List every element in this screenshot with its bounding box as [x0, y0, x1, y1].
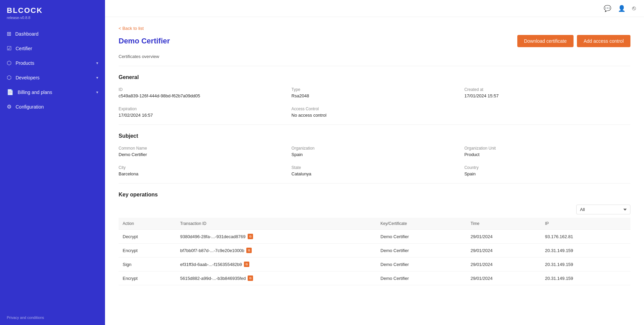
sidebar-item-label: Billing and plans [18, 90, 52, 95]
sidebar-item-products[interactable]: ⬡ Products ▾ [0, 56, 105, 70]
message-icon[interactable]: 💬 [602, 3, 612, 14]
info-country: Country Spain [464, 165, 630, 176]
cell-tx-id: 5615d882-a99d-...-b3b846935fed [176, 271, 376, 285]
info-city: City Barcelona [119, 165, 285, 176]
organization-label: Organization [291, 146, 457, 151]
col-key-cert: Key/Certificate [376, 218, 466, 230]
download-certificate-button[interactable]: Download certificate [517, 35, 574, 47]
cell-key-cert: Demo Certifier [376, 257, 466, 271]
billing-icon: 📄 [7, 89, 14, 95]
common-name-label: Common Name [119, 146, 285, 151]
dashboard-icon: ⊞ [7, 31, 11, 37]
table-row: Decrypt 9380d496-28fa-...-931decad8769 D… [119, 230, 630, 244]
info-state: State Catalunya [291, 165, 457, 176]
state-value: Catalunya [291, 171, 457, 176]
developers-icon: ⬡ [7, 74, 12, 81]
logout-icon[interactable]: ⎋ [631, 3, 637, 13]
table-filter: All [119, 205, 630, 214]
sidebar-item-billing[interactable]: 📄 Billing and plans ▾ [0, 85, 105, 99]
cell-tx-id: bf7bb0f7-b87d-...-7c9e20e1000b [176, 244, 376, 257]
cell-action: Decrypt [119, 230, 176, 244]
sidebar-item-label: Products [16, 60, 34, 66]
created-at-value: 17/01/2024 15:57 [464, 93, 630, 98]
page-content: < Back to list Demo Certifier Download c… [105, 17, 644, 293]
cell-tx-id: ef31ff3d-6aab-...-f156355482b9 [176, 257, 376, 271]
page-header: Demo Certifier Download certificate Add … [119, 35, 630, 47]
products-icon: ⬡ [7, 60, 12, 66]
sidebar-item-label: Developers [16, 75, 40, 80]
app-version: release-v0.8.8 [7, 16, 98, 20]
cell-time: 29/01/2024 [466, 257, 541, 271]
user-icon[interactable]: 👤 [617, 3, 627, 14]
state-label: State [291, 165, 457, 170]
subject-section-title: Subject [119, 133, 630, 139]
id-value: c549a839-126f-444d-98bd-f62b7a09dd05 [119, 93, 285, 98]
copy-icon[interactable] [248, 275, 253, 281]
key-operations-title: Key operations [119, 192, 630, 198]
cell-ip: 20.31.149.159 [541, 271, 630, 285]
info-org-unit: Organization Unit Product [464, 146, 630, 157]
add-access-control-button[interactable]: Add access control [577, 35, 630, 47]
back-link[interactable]: < Back to list [119, 26, 144, 31]
cell-time: 29/01/2024 [466, 230, 541, 244]
sidebar-item-developers[interactable]: ⬡ Developers ▾ [0, 70, 105, 85]
city-value: Barcelona [119, 171, 285, 176]
info-common-name: Common Name Demo Certifier [119, 146, 285, 157]
sidebar-item-dashboard[interactable]: ⊞ Dashboard [0, 26, 105, 41]
organization-value: Spain [291, 152, 457, 157]
sidebar-item-label: Certifier [16, 46, 32, 51]
info-id: ID c549a839-126f-444d-98bd-f62b7a09dd05 [119, 87, 285, 98]
config-icon: ⚙ [7, 103, 12, 110]
org-unit-label: Organization Unit [464, 146, 630, 151]
filter-select[interactable]: All [576, 205, 630, 214]
sidebar-footer[interactable]: Privacy and conditions [0, 310, 105, 325]
subject-info-grid: Common Name Demo Certifier Organization … [119, 146, 630, 176]
copy-icon[interactable] [244, 262, 249, 267]
cell-action: Sign [119, 257, 176, 271]
sidebar-item-certifier[interactable]: ☑ Certifier [0, 41, 105, 56]
id-label: ID [119, 87, 285, 92]
copy-icon[interactable] [246, 248, 252, 253]
cell-tx-id: 9380d496-28fa-...-931decad8769 [176, 230, 376, 244]
access-control-value: No access control [291, 113, 457, 118]
divider-3 [119, 183, 630, 184]
cell-key-cert: Demo Certifier [376, 244, 466, 257]
col-ip: IP [541, 218, 630, 230]
divider-2 [119, 125, 630, 125]
access-control-label: Access Control [291, 107, 457, 111]
cell-ip: 20.31.149.159 [541, 257, 630, 271]
table-header: Action Transaction ID Key/Certificate Ti… [119, 218, 630, 230]
chevron-down-icon: ▾ [96, 90, 98, 95]
cell-ip: 20.31.149.159 [541, 244, 630, 257]
general-section-title: General [119, 74, 630, 80]
copy-icon[interactable] [248, 234, 253, 239]
cell-action: Encrypt [119, 271, 176, 285]
info-type: Type Rsa2048 [291, 87, 457, 98]
table-body: Decrypt 9380d496-28fa-...-931decad8769 D… [119, 230, 630, 285]
divider [119, 66, 630, 66]
col-tx-id: Transaction ID [176, 218, 376, 230]
certifier-icon: ☑ [7, 45, 12, 52]
country-label: Country [464, 165, 630, 170]
general-info-grid: ID c549a839-126f-444d-98bd-f62b7a09dd05 … [119, 87, 630, 118]
cell-time: 29/01/2024 [466, 271, 541, 285]
key-operations-table: Action Transaction ID Key/Certificate Ti… [119, 218, 630, 285]
expiration-label: Expiration [119, 107, 285, 111]
cell-action: Encrypt [119, 244, 176, 257]
info-expiration: Expiration 17/02/2024 16:57 [119, 107, 285, 118]
table-row: Sign ef31ff3d-6aab-...-f156355482b9 Demo… [119, 257, 630, 271]
info-placeholder [464, 107, 630, 118]
sidebar-item-configuration[interactable]: ⚙ Configuration [0, 99, 105, 114]
info-access-control: Access Control No access control [291, 107, 457, 118]
cell-key-cert: Demo Certifier [376, 271, 466, 285]
header-actions: Download certificate Add access control [517, 35, 630, 47]
common-name-value: Demo Certifier [119, 152, 285, 157]
sidebar-nav: ⊞ Dashboard ☑ Certifier ⬡ Products ▾ ⬡ D… [0, 23, 105, 310]
app-name: BLCOCK [7, 6, 98, 15]
col-time: Time [466, 218, 541, 230]
chevron-down-icon: ▾ [96, 75, 98, 80]
sidebar: BLCOCK release-v0.8.8 ⊞ Dashboard ☑ Cert… [0, 0, 105, 325]
info-organization: Organization Spain [291, 146, 457, 157]
sidebar-item-label: Configuration [16, 104, 44, 110]
expiration-value: 17/02/2024 16:57 [119, 113, 285, 118]
